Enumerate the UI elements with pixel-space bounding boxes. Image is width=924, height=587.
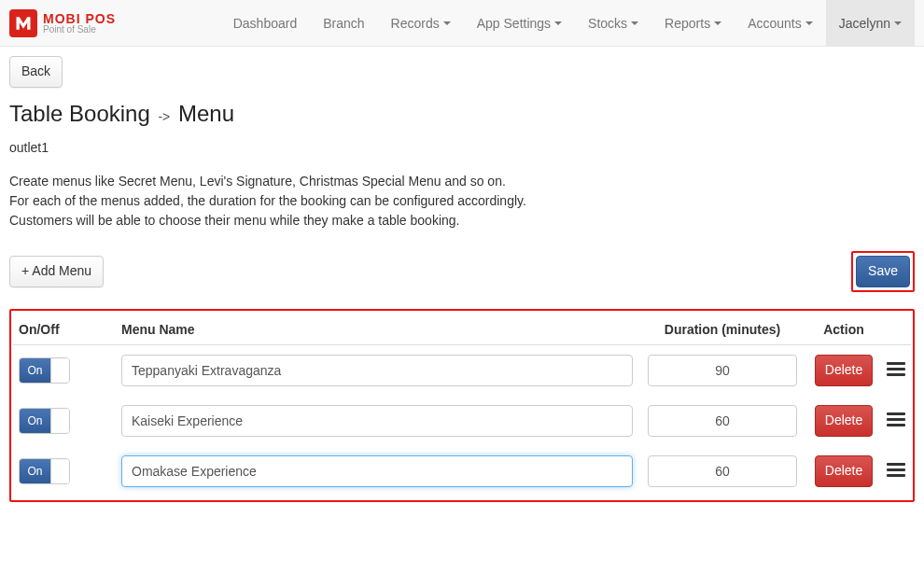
page-title: Table Booking -> Menu [9,101,915,127]
delete-button[interactable]: Delete [815,455,873,487]
col-name: Menu Name [116,314,638,345]
chevron-down-icon [805,21,813,25]
col-action: Action [806,314,881,345]
toggle-knob [50,358,69,383]
onoff-toggle[interactable]: On [19,458,70,484]
chevron-down-icon [443,21,451,25]
toggle-knob [50,459,69,483]
drag-handle-icon[interactable] [887,410,905,429]
nav-item-dashboard[interactable]: Dashboard [220,0,311,47]
nav-item-branch[interactable]: Branch [310,0,377,47]
onoff-toggle[interactable]: On [19,357,70,384]
menu-name-input[interactable] [121,355,633,386]
chevron-down-icon [631,21,638,25]
delete-button[interactable]: Delete [815,405,873,437]
nav-item-accounts[interactable]: Accounts [735,0,826,47]
description-line: For each of the menus added, the duratio… [9,191,915,211]
toggle-on-label: On [20,459,50,483]
outlet-label: outlet1 [9,140,915,155]
nav-item-app-settings[interactable]: App Settings [464,0,575,47]
col-drag [881,314,911,345]
onoff-toggle[interactable]: On [19,408,70,434]
add-menu-button[interactable]: + Add Menu [9,256,104,287]
breadcrumb-root: Table Booking [9,101,150,126]
toggle-knob [50,409,69,433]
nav-item-records[interactable]: Records [378,0,464,47]
drag-handle-icon[interactable] [887,359,905,379]
col-duration: Duration (minutes) [638,314,806,345]
nav-item-stocks[interactable]: Stocks [575,0,651,47]
table-highlight: On/Off Menu Name Duration (minutes) Acti… [9,309,915,502]
nav-item-reports[interactable]: Reports [651,0,735,47]
description-line: Create menus like Secret Menu, Levi's Si… [9,172,915,191]
menu-name-input[interactable] [121,405,633,437]
nav-items: DashboardBranchRecords App Settings Stoc… [220,0,915,47]
navbar: MOBI POS Point of Sale DashboardBranchRe… [0,0,924,47]
brand-name: MOBI POS [43,12,116,25]
description: Create menus like Secret Menu, Levi's Si… [9,172,915,231]
toolbar: + Add Menu Save [9,251,915,292]
duration-input[interactable] [648,405,797,437]
table-row: OnDelete [13,344,911,396]
description-line: Customers will be able to choose their m… [9,211,915,231]
save-highlight: Save [851,251,915,292]
brand-tagline: Point of Sale [43,25,116,35]
page-body: Back Table Booking -> Menu outlet1 Creat… [0,47,924,511]
table-header-row: On/Off Menu Name Duration (minutes) Acti… [13,314,911,345]
chevron-down-icon [714,21,721,25]
menu-table: On/Off Menu Name Duration (minutes) Acti… [13,314,911,496]
table-row: OnDelete [13,446,911,496]
toggle-on-label: On [20,409,50,433]
chevron-down-icon [554,21,562,25]
duration-input[interactable] [648,355,797,386]
drag-handle-icon[interactable] [887,460,905,480]
brand[interactable]: MOBI POS Point of Sale [9,9,116,37]
chevron-down-icon [894,21,902,25]
back-button[interactable]: Back [9,56,63,88]
col-onoff: On/Off [13,314,116,345]
menu-name-input[interactable] [121,455,633,487]
nav-user-menu[interactable]: Jacelynn [826,0,915,47]
table-row: OnDelete [13,396,911,446]
duration-input[interactable] [648,455,797,487]
logo-icon [9,9,37,37]
toggle-on-label: On [20,358,50,383]
breadcrumb-separator: -> [158,109,170,124]
save-button[interactable]: Save [856,256,910,287]
delete-button[interactable]: Delete [815,355,873,386]
breadcrumb-leaf: Menu [178,101,234,126]
